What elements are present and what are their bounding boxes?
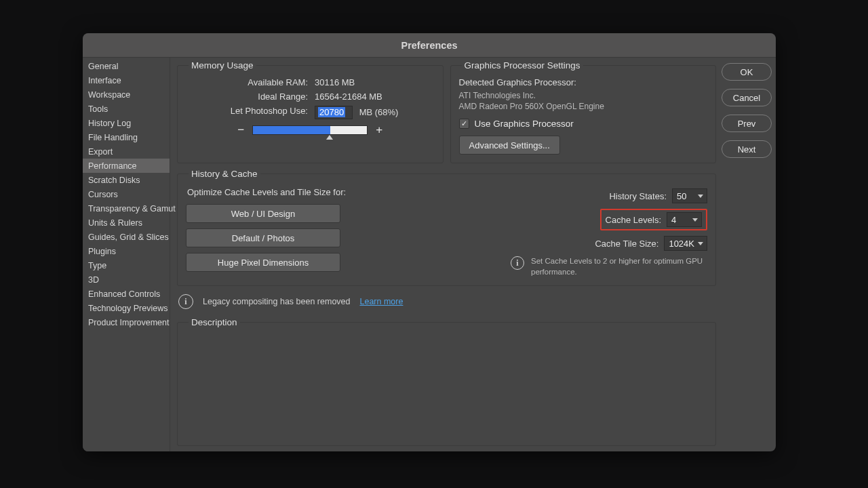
panels-column: Memory Usage Available RAM: 30116 MB Ide… xyxy=(177,60,716,446)
optimize-label: Optimize Cache Levels and Tile Size for: xyxy=(187,187,497,197)
ideal-range-value: 16564-21684 MB xyxy=(315,92,382,102)
sidebar-item-plugins[interactable]: Plugins xyxy=(83,244,170,258)
sidebar-item-label: History Log xyxy=(88,119,131,128)
next-button[interactable]: Next xyxy=(722,140,772,158)
history-states-dropdown[interactable]: 50 xyxy=(672,188,707,203)
sidebar-item-interface[interactable]: Interface xyxy=(83,73,170,87)
sidebar-item-label: File Handling xyxy=(88,133,138,142)
sidebar-item-label: Tools xyxy=(88,104,108,114)
sidebar-item-scratch-disks[interactable]: Scratch Disks xyxy=(83,173,170,187)
learn-more-link[interactable]: Learn more xyxy=(360,297,403,306)
preset-web-ui-button[interactable]: Web / UI Design xyxy=(186,204,340,223)
memory-use-suffix: MB (68%) xyxy=(359,107,399,117)
sidebar-item-guides-grid[interactable]: Guides, Grid & Slices xyxy=(83,230,170,244)
use-gpu-row: ✓ Use Graphics Processor xyxy=(459,119,708,129)
sidebar-item-label: Technology Previews xyxy=(88,304,167,313)
memory-use-input[interactable]: 20780 xyxy=(315,106,353,119)
available-ram-label: Available RAM: xyxy=(186,77,308,87)
sidebar-item-label: Enhanced Controls xyxy=(88,289,160,299)
history-cache-body: Optimize Cache Levels and Tile Size for:… xyxy=(186,186,707,277)
photoshop-use-value-wrap: 20780 MB (68%) xyxy=(315,106,398,119)
cache-tile-label: Cache Tile Size: xyxy=(595,239,658,249)
sidebar-item-history-log[interactable]: History Log xyxy=(83,116,170,130)
sidebar-item-label: Scratch Disks xyxy=(88,176,140,185)
description-wrap: Description xyxy=(177,317,716,446)
window-body: General Interface Workspace Tools Histor… xyxy=(83,58,776,451)
dialog-buttons-column: OK Cancel Prev Next xyxy=(722,60,772,446)
history-cache-legend: History & Cache xyxy=(189,169,260,179)
cache-levels-dropdown[interactable]: 4 xyxy=(667,212,702,227)
sidebar-item-tech-previews[interactable]: Technology Previews xyxy=(83,301,170,315)
description-group: Description xyxy=(177,317,716,446)
sidebar-item-enhanced[interactable]: Enhanced Controls xyxy=(83,287,170,301)
sidebar-item-label: Units & Rulers xyxy=(88,218,142,228)
available-ram-row: Available RAM: 30116 MB xyxy=(186,77,435,87)
legacy-compositing-row: i Legacy compositing has been removed Le… xyxy=(177,291,716,312)
detected-gpu-label: Detected Graphics Processor: xyxy=(459,77,708,87)
cache-levels-row: Cache Levels: 4 xyxy=(511,209,707,230)
history-states-label: History States: xyxy=(609,191,667,201)
sidebar-item-product-improvement[interactable]: Product Improvement xyxy=(83,315,170,329)
memory-slider-row: − + xyxy=(186,123,435,137)
sidebar-item-label: Guides, Grid & Slices xyxy=(88,232,169,242)
prev-button[interactable]: Prev xyxy=(722,115,772,132)
sidebar-item-label: Type xyxy=(88,261,106,270)
photoshop-use-row: Let Photoshop Use: 20780 MB (68%) xyxy=(186,106,435,119)
sidebar-item-label: 3D xyxy=(88,275,99,285)
photoshop-use-label: Let Photoshop Use: xyxy=(186,106,308,119)
cache-levels-label: Cache Levels: xyxy=(606,215,661,225)
cache-levels-highlight: Cache Levels: 4 xyxy=(600,209,707,230)
ideal-range-row: Ideal Range: 16564-21684 MB xyxy=(186,92,435,102)
use-gpu-label: Use Graphics Processor xyxy=(475,119,574,129)
sidebar-item-cursors[interactable]: Cursors xyxy=(83,187,170,201)
available-ram-value: 30116 MB xyxy=(315,77,355,87)
gpu-legend: Graphics Processor Settings xyxy=(462,60,583,70)
memory-usage-group: Memory Usage Available RAM: 30116 MB Ide… xyxy=(177,60,443,163)
sidebar-item-export[interactable]: Export xyxy=(83,144,170,159)
history-states-value: 50 xyxy=(677,191,686,201)
detected-gpu-info: ATI Technologies Inc. AMD Radeon Pro 560… xyxy=(459,90,708,112)
top-row: Memory Usage Available RAM: 30116 MB Ide… xyxy=(177,60,716,163)
main-area: Memory Usage Available RAM: 30116 MB Ide… xyxy=(170,58,776,451)
sidebar-item-label: Cursors xyxy=(88,190,118,199)
ideal-range-label: Ideal Range: xyxy=(186,92,308,102)
sidebar-item-label: General xyxy=(88,62,118,71)
advanced-settings-button[interactable]: Advanced Settings... xyxy=(459,136,560,155)
memory-slider-thumb[interactable] xyxy=(326,135,333,140)
sidebar-item-transparency[interactable]: Transparency & Gamut xyxy=(83,201,170,216)
info-icon: i xyxy=(178,294,193,309)
cache-tile-dropdown[interactable]: 1024K xyxy=(664,236,707,251)
memory-minus-button[interactable]: − xyxy=(236,123,245,137)
sidebar-item-file-handling[interactable]: File Handling xyxy=(83,130,170,144)
cache-fields-column: History States: 50 Cache Levels: 4 Cac xyxy=(511,186,707,277)
gpu-vendor: ATI Technologies Inc. xyxy=(459,90,708,101)
sidebar-item-label: Performance xyxy=(88,161,137,171)
cache-tile-size-row: Cache Tile Size: 1024K xyxy=(511,236,707,251)
sidebar-item-label: Product Improvement xyxy=(88,318,170,327)
window-title: Preferences xyxy=(401,40,457,51)
memory-legend: Memory Usage xyxy=(189,60,256,70)
sidebar-item-units-rulers[interactable]: Units & Rulers xyxy=(83,216,170,230)
history-cache-group: History & Cache Optimize Cache Levels an… xyxy=(177,169,716,286)
gpu-model: AMD Radeon Pro 560X OpenGL Engine xyxy=(459,101,708,112)
preset-huge-button[interactable]: Huge Pixel Dimensions xyxy=(186,253,340,272)
sidebar-item-label: Interface xyxy=(88,76,121,85)
sidebar-item-label: Plugins xyxy=(88,247,116,256)
ok-button[interactable]: OK xyxy=(722,63,772,81)
cache-info-text: Set Cache Levels to 2 or higher for opti… xyxy=(531,256,707,277)
memory-plus-button[interactable]: + xyxy=(374,123,384,137)
sidebar-item-tools[interactable]: Tools xyxy=(83,102,170,116)
use-gpu-checkbox[interactable]: ✓ xyxy=(459,119,469,129)
preset-default-button[interactable]: Default / Photos xyxy=(186,228,340,247)
memory-use-input-text: 20780 xyxy=(318,107,345,117)
memory-slider[interactable] xyxy=(252,125,368,135)
sidebar-item-type[interactable]: Type xyxy=(83,258,170,272)
sidebar-item-label: Transparency & Gamut xyxy=(88,204,176,214)
sidebar-item-3d[interactable]: 3D xyxy=(83,272,170,287)
optimize-column: Optimize Cache Levels and Tile Size for:… xyxy=(186,186,497,277)
sidebar-item-general[interactable]: General xyxy=(83,59,170,73)
sidebar-item-workspace[interactable]: Workspace xyxy=(83,87,170,102)
sidebar-item-performance[interactable]: Performance xyxy=(83,159,170,173)
cancel-button[interactable]: Cancel xyxy=(722,89,772,106)
sidebar-item-label: Workspace xyxy=(88,90,130,100)
